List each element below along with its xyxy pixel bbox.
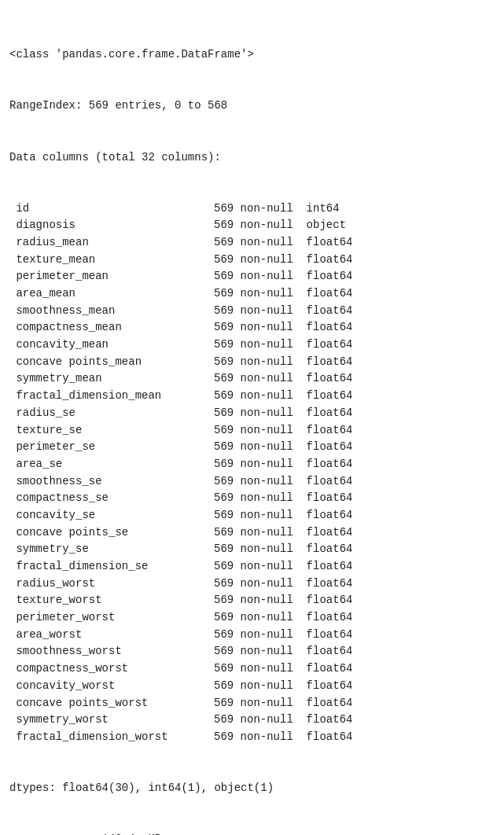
dtypes-line: dtypes: float64(30), int64(1), object(1) xyxy=(9,780,495,797)
column-info: 569 non-null float64 xyxy=(214,558,352,576)
table-row: smoothness_mean569 non-null float64 xyxy=(9,303,495,320)
column-info: 569 non-null float64 xyxy=(214,729,352,746)
column-name: concave points_worst xyxy=(9,695,214,712)
table-row: area_mean569 non-null float64 xyxy=(9,285,495,303)
table-row: texture_se569 non-null float64 xyxy=(9,422,495,440)
column-info: 569 non-null float64 xyxy=(214,660,352,678)
column-info: 569 non-null float64 xyxy=(214,490,352,507)
column-info: 569 non-null float64 xyxy=(214,592,352,609)
column-name: fractal_dimension_worst xyxy=(9,729,214,746)
column-name: area_worst xyxy=(9,627,214,644)
column-name: smoothness_worst xyxy=(9,643,214,660)
column-info: 569 non-null float64 xyxy=(214,370,352,388)
column-name: smoothness_mean xyxy=(9,303,214,320)
column-name: area_se xyxy=(9,456,214,473)
output-container: <class 'pandas.core.frame.DataFrame'> Ra… xyxy=(9,13,495,835)
column-info: 569 non-null float64 xyxy=(214,695,352,712)
range-index: RangeIndex: 569 entries, 0 to 568 xyxy=(9,97,495,115)
column-name: perimeter_mean xyxy=(9,268,214,285)
column-name: symmetry_mean xyxy=(9,370,214,388)
table-row: fractal_dimension_worst569 non-null floa… xyxy=(9,729,495,746)
table-row: concave points_se569 non-null float64 xyxy=(9,524,495,542)
table-row: smoothness_worst569 non-null float64 xyxy=(9,643,495,660)
column-name: symmetry_worst xyxy=(9,712,214,729)
column-name: concave points_mean xyxy=(9,354,214,371)
table-row: compactness_worst569 non-null float64 xyxy=(9,660,495,678)
table-row: concavity_se569 non-null float64 xyxy=(9,507,495,524)
column-info: 569 non-null object xyxy=(214,217,346,234)
column-info: 569 non-null float64 xyxy=(214,643,352,660)
class-line: <class 'pandas.core.frame.DataFrame'> xyxy=(9,46,495,64)
column-name: radius_mean xyxy=(9,234,214,252)
table-row: concave points_worst569 non-null float64 xyxy=(9,695,495,712)
table-row: area_se569 non-null float64 xyxy=(9,456,495,473)
column-info: 569 non-null float64 xyxy=(214,234,352,252)
column-name: compactness_mean xyxy=(9,319,214,337)
column-name: perimeter_worst xyxy=(9,609,214,627)
table-row: compactness_se569 non-null float64 xyxy=(9,490,495,507)
column-name: compactness_se xyxy=(9,490,214,507)
column-name: concavity_se xyxy=(9,507,214,524)
table-row: symmetry_worst569 non-null float64 xyxy=(9,712,495,729)
column-name: concavity_worst xyxy=(9,678,214,695)
column-info: 569 non-null float64 xyxy=(214,337,352,354)
column-info: 569 non-null float64 xyxy=(214,576,352,593)
column-name: diagnosis xyxy=(9,217,214,234)
table-row: perimeter_mean569 non-null float64 xyxy=(9,268,495,285)
column-name: area_mean xyxy=(9,285,214,303)
column-info: 569 non-null float64 xyxy=(214,319,352,337)
column-name: fractal_dimension_mean xyxy=(9,388,214,405)
column-name: perimeter_se xyxy=(9,439,214,456)
table-row: smoothness_se569 non-null float64 xyxy=(9,473,495,491)
table-row: radius_worst569 non-null float64 xyxy=(9,576,495,593)
column-name: id xyxy=(9,200,214,218)
table-row: radius_mean569 non-null float64 xyxy=(9,234,495,252)
column-name: compactness_worst xyxy=(9,660,214,678)
column-info: 569 non-null float64 xyxy=(214,678,352,695)
table-row: area_worst569 non-null float64 xyxy=(9,627,495,644)
column-info: 569 non-null float64 xyxy=(214,422,352,440)
table-row: concave points_mean569 non-null float64 xyxy=(9,354,495,371)
column-info: 569 non-null float64 xyxy=(214,252,352,269)
table-row: symmetry_mean569 non-null float64 xyxy=(9,370,495,388)
column-info: 569 non-null float64 xyxy=(214,627,352,644)
table-row: symmetry_se569 non-null float64 xyxy=(9,541,495,558)
column-info: 569 non-null float64 xyxy=(214,541,352,558)
column-name: concavity_mean xyxy=(9,337,214,354)
columns-list: id569 non-null int64 diagnosis569 non-nu… xyxy=(9,200,495,746)
table-row: id569 non-null int64 xyxy=(9,200,495,218)
column-info: 569 non-null float64 xyxy=(214,285,352,303)
column-name: texture_worst xyxy=(9,592,214,609)
column-info: 569 non-null float64 xyxy=(214,456,352,473)
column-info: 569 non-null float64 xyxy=(214,354,352,371)
table-row: concavity_worst569 non-null float64 xyxy=(9,678,495,695)
table-row: perimeter_worst569 non-null float64 xyxy=(9,609,495,627)
column-name: texture_mean xyxy=(9,252,214,269)
table-row: perimeter_se569 non-null float64 xyxy=(9,439,495,456)
column-info: 569 non-null float64 xyxy=(214,524,352,542)
table-row: compactness_mean569 non-null float64 xyxy=(9,319,495,337)
column-info: 569 non-null float64 xyxy=(214,439,352,456)
table-row: texture_worst569 non-null float64 xyxy=(9,592,495,609)
column-info: 569 non-null float64 xyxy=(214,268,352,285)
column-info: 569 non-null int64 xyxy=(214,200,340,218)
column-name: texture_se xyxy=(9,422,214,440)
column-name: radius_worst xyxy=(9,576,214,593)
column-info: 569 non-null float64 xyxy=(214,507,352,524)
memory-line: memory usage: 142.4+ KB xyxy=(9,831,495,835)
column-info: 569 non-null float64 xyxy=(214,609,352,627)
column-info: 569 non-null float64 xyxy=(214,303,352,320)
data-columns-header: Data columns (total 32 columns): xyxy=(9,149,495,167)
column-name: radius_se xyxy=(9,405,214,422)
table-row: diagnosis569 non-null object xyxy=(9,217,495,234)
column-name: fractal_dimension_se xyxy=(9,558,214,576)
column-info: 569 non-null float64 xyxy=(214,388,352,405)
table-row: texture_mean569 non-null float64 xyxy=(9,252,495,269)
column-info: 569 non-null float64 xyxy=(214,405,352,422)
column-info: 569 non-null float64 xyxy=(214,473,352,491)
column-name: smoothness_se xyxy=(9,473,214,491)
column-name: concave points_se xyxy=(9,524,214,542)
table-row: concavity_mean569 non-null float64 xyxy=(9,337,495,354)
column-info: 569 non-null float64 xyxy=(214,712,352,729)
table-row: fractal_dimension_se569 non-null float64 xyxy=(9,558,495,576)
